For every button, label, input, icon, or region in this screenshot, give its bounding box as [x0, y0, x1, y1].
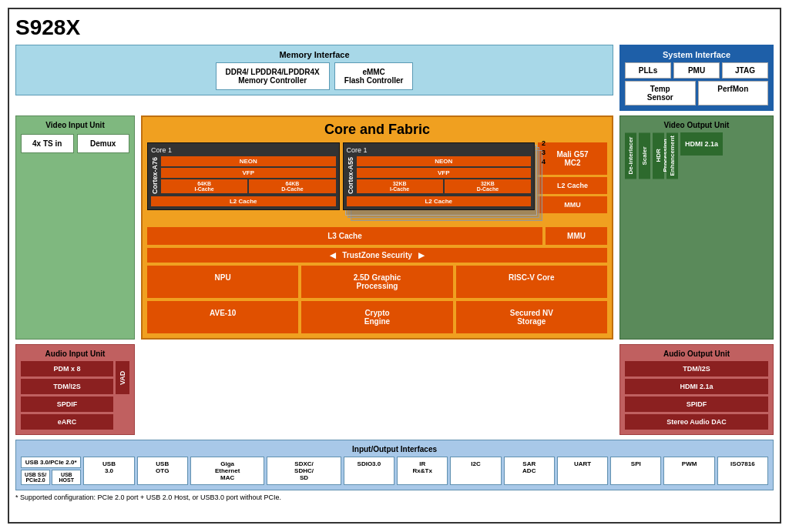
vo-col-3: HDR Processing	[653, 132, 664, 179]
spidf-output-box: SPIDF	[625, 396, 768, 412]
audio-input-unit: Audio Input Unit PDM x 8 VAD TDM/I2S SPD…	[15, 344, 135, 435]
ao-grid: TDM/I2S HDMI 2.1a SPIDF Stereo Audio DAC	[625, 361, 768, 430]
sdio-box: SDIO3.0	[344, 457, 394, 485]
trustzone-label: TrustZone Security	[342, 251, 412, 259]
ir-box: IR Rx&Tx	[397, 457, 448, 485]
tdm-output-box: TDM/I2S	[625, 361, 768, 376]
a76-core-label: Core 1	[151, 146, 336, 154]
ave10-box: AVE-10	[147, 301, 298, 333]
chip-title: S928X	[15, 15, 774, 40]
a76-cache-row: 64KB I-Cache 64KB D-Cache	[161, 179, 336, 193]
hdmi-box: HDMI 2.1a	[680, 132, 723, 156]
mali-box: Mali G57 MC2	[538, 142, 607, 175]
vo-col-4: Enhancement	[666, 132, 678, 179]
system-interface: System Interface PLLs PMU JTAG Temp Sens…	[619, 45, 774, 111]
sys-grid: PLLs PMU JTAG	[625, 62, 768, 79]
a76-core: Core 1 Cortex-A76 NEON VFP	[147, 142, 340, 210]
trustzone-row: ◀ TrustZone Security ▶	[147, 248, 607, 263]
left-cores: Core 1 Cortex-A76 NEON VFP	[147, 142, 607, 333]
graphic-box: 2.5D Graphic Processing	[301, 266, 452, 298]
l3-mmu-row: L3 Cache MMU	[147, 227, 607, 245]
a55-right: NEON VFP 32KB I-Cache 32KB D-Cache	[357, 156, 532, 193]
a55-core-label: Core 1	[347, 146, 532, 154]
footnote: * Supported configuration: PCIe 2.0 port…	[15, 494, 774, 501]
a55-icache: 32KB I-Cache	[357, 179, 443, 193]
usb30-box: USB 3.0	[83, 457, 134, 485]
memory-interface-title: Memory Interface	[21, 50, 608, 59]
a55-l2: L2 Cache	[347, 196, 532, 206]
memory-interface-spacer: Memory Interface DDR4/ LPDDR4/LPDDR4X Me…	[15, 45, 613, 95]
spi-box: SPI	[610, 457, 661, 485]
ts-in-box: 4x TS in	[21, 134, 74, 153]
arrow-left-icon: ◀	[330, 251, 336, 259]
vo-inner: De-interlacer Scaler HDR Processing Enha…	[625, 132, 768, 179]
pwm-box: PWM	[663, 457, 714, 485]
usb-host-box: USB HOST	[52, 470, 81, 485]
cores-row: Core 1 Cortex-A76 NEON VFP	[147, 142, 607, 213]
video-input-title: Video Input Unit	[21, 121, 129, 129]
iso-box: ISO7816	[717, 457, 768, 485]
l3-cache-box: L3 Cache	[147, 227, 542, 245]
sar-adc-box: SAR ADC	[504, 457, 555, 485]
video-output-unit: Video Output Unit De-interlacer Scaler H…	[619, 115, 774, 340]
main-container: S928X Memory Interface DDR4/ LPDDR4/LPDD…	[8, 8, 781, 524]
de-interlacer-box: De-interlacer	[625, 132, 636, 179]
a55-cache-row: 32KB I-Cache 32KB D-Cache	[357, 179, 532, 193]
io-grid: USB 3.0/PCIe 2.0* USB SS/ PCIe2.0 USB HO…	[21, 457, 768, 485]
vi-boxes: 4x TS in Demux	[21, 134, 129, 153]
pdm-box: PDM x 8	[21, 361, 113, 376]
demux-box: Demux	[77, 134, 130, 153]
vo-col-1: De-interlacer	[625, 132, 636, 179]
ddr-box: DDR4/ LPDDR4/LPDDR4X Memory Controller	[216, 62, 330, 90]
usb-ss-box: USB SS/ PCIe2.0	[21, 470, 50, 485]
video-output-title: Video Output Unit	[625, 121, 768, 129]
spdif-input-box: SPDIF	[21, 396, 113, 412]
stack-numbers: 2 3 4	[542, 139, 546, 166]
a76-vfp: VFP	[161, 168, 336, 178]
perfmon-box: PerfMon	[698, 81, 769, 105]
cortex-a55-text: Cortex-A55	[347, 156, 354, 195]
a55-core-inner: Cortex-A55 NEON VFP 32KB I-Cache 32KB D-…	[347, 156, 532, 195]
crypto-box: Crypto Engine	[301, 301, 452, 333]
a76-core-inner: Cortex-A76 NEON VFP 64KB I-Cache 64KB D-…	[151, 156, 336, 195]
audio-input-grid: PDM x 8 VAD TDM/I2S SPDIF eARC	[21, 361, 129, 430]
core-fabric: Core and Fabric Core 1 Cortex-A76	[141, 115, 613, 340]
bottom-core-grid: NPU 2.5D Graphic Processing RISC-V Core …	[147, 266, 607, 333]
memory-boxes: DDR4/ LPDDR4/LPDDR4X Memory Controller e…	[21, 62, 608, 90]
a76-neon: NEON	[161, 156, 336, 166]
io-section: Input/Output Interfaces USB 3.0/PCIe 2.0…	[15, 440, 774, 490]
cortex-a76-text: Cortex-A76	[151, 156, 159, 195]
mali-l2: L2 Cache	[538, 177, 607, 194]
mali-section: Mali G57 MC2 L2 Cache MMU	[538, 142, 607, 213]
uart-box: UART	[557, 457, 608, 485]
earc-box: eARC	[21, 414, 113, 430]
usb-pcie-top: USB 3.0/PCIe 2.0*	[21, 457, 81, 468]
scaler-box: Scaler	[639, 132, 650, 179]
temp-box: Temp Sensor	[625, 81, 696, 105]
plls-box: PLLs	[625, 62, 671, 79]
stereo-output-box: Stereo Audio DAC	[625, 414, 768, 430]
audio-input-title: Audio Input Unit	[21, 350, 129, 358]
mmu-box: MMU	[546, 227, 607, 245]
jtag-box: JTAG	[722, 62, 768, 79]
video-input-unit: Video Input Unit 4x TS in Demux	[15, 115, 135, 340]
vo-col-2: Scaler	[639, 132, 650, 179]
tdm-input-box: TDM/I2S	[21, 379, 113, 394]
usb-bottom: USB SS/ PCIe2.0 USB HOST	[21, 470, 81, 485]
hdmi-output-box: HDMI 2.1a	[625, 379, 768, 394]
usb-group: USB 3.0/PCIe 2.0* USB SS/ PCIe2.0 USB HO…	[21, 457, 81, 485]
sys-grid-row2: Temp Sensor PerfMon	[625, 81, 768, 105]
a55-neon: NEON	[357, 156, 532, 166]
arrow-right-icon: ▶	[418, 251, 425, 259]
a76-cortex-label: Cortex-A76	[151, 156, 159, 195]
top-row: Memory Interface DDR4/ LPDDR4/LPDDR4X Me…	[15, 45, 774, 111]
io-title: Input/Output Interfaces	[21, 445, 768, 453]
pmu-box: PMU	[673, 62, 720, 79]
i2c-box: I2C	[450, 457, 501, 485]
a76-dcache: 64KB D-Cache	[249, 179, 335, 193]
memory-interface: Memory Interface DDR4/ LPDDR4/LPDDR4X Me…	[15, 45, 613, 95]
audio-row: Audio Input Unit PDM x 8 VAD TDM/I2S SPD…	[15, 344, 774, 435]
cores-and-mali: Core 1 Cortex-A76 NEON VFP	[147, 142, 607, 333]
vo-col-5: HDMI 2.1a	[680, 132, 723, 179]
emmc-box: eMMC Flash Controller	[334, 62, 414, 90]
